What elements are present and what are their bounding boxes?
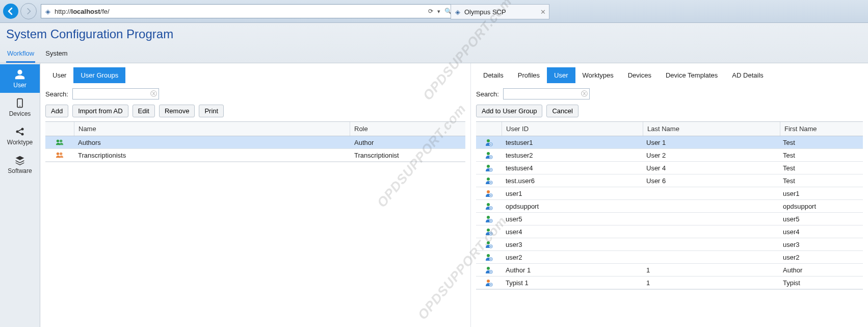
top-tab-workflow[interactable]: Workflow	[6, 46, 35, 63]
browser-tab[interactable]: ◈ Olympus SCP ✕	[451, 4, 549, 19]
detail-tab-ad-details[interactable]: AD Details	[725, 67, 770, 83]
left-search-clear-icon[interactable]: ⓧ	[150, 89, 157, 98]
site-favicon-icon: ◈	[44, 8, 51, 15]
svg-point-5	[57, 140, 59, 142]
first-name-cell: Author	[779, 266, 863, 274]
nav-forward-button[interactable]	[20, 3, 37, 19]
col-name[interactable]: Name	[74, 122, 350, 136]
user-row[interactable]: Author 11Author	[476, 264, 863, 276]
share-icon	[15, 125, 25, 138]
svg-point-23	[487, 229, 490, 232]
svg-point-19	[487, 203, 490, 206]
edit-button[interactable]: Edit	[133, 105, 155, 117]
group-role: Author	[350, 139, 465, 146]
user-icon	[485, 253, 493, 261]
svg-point-27	[487, 254, 490, 257]
nav-back-button[interactable]	[3, 4, 18, 19]
user-row[interactable]: user1user1	[476, 187, 863, 200]
sidebar-item-devices[interactable]: Devices	[0, 93, 40, 121]
col-user-id[interactable]: User ID	[502, 122, 643, 136]
detail-tab-user[interactable]: User	[547, 67, 575, 83]
group-detail-panel: DetailsProfilesUserWorktypesDevicesDevic…	[470, 63, 868, 327]
user-row[interactable]: user2user2	[476, 251, 863, 264]
col-first-name[interactable]: First Name	[780, 122, 863, 136]
print-button[interactable]: Print	[199, 105, 224, 117]
first-name-cell: user3	[779, 241, 863, 248]
sub-tab-user[interactable]: User	[45, 67, 73, 83]
user-row[interactable]: testuser1User 1Test	[476, 136, 863, 149]
group-name: Authors	[74, 139, 350, 146]
sidebar-label: Worktype	[7, 139, 33, 146]
svg-point-13	[487, 165, 490, 168]
arrow-right-icon	[25, 8, 32, 15]
user-row[interactable]: testuser4User 4Test	[476, 162, 863, 174]
first-name-cell: user4	[779, 228, 863, 236]
svg-point-31	[487, 280, 490, 283]
user-row[interactable]: testuser2User 2Test	[476, 149, 863, 162]
user-row[interactable]: user5user5	[476, 213, 863, 225]
user-icon	[485, 228, 493, 236]
user-id-cell: Typist 1	[502, 279, 642, 287]
sidebar-item-software[interactable]: Software	[0, 150, 40, 179]
app-header: System Configuration Program WorkflowSys…	[0, 23, 868, 63]
user-id-cell: testuser1	[502, 139, 642, 146]
user-icon	[485, 202, 493, 210]
app-title: System Configuration Program	[6, 27, 862, 41]
remove-button[interactable]: Remove	[159, 105, 195, 117]
user-id-cell: testuser2	[502, 152, 642, 159]
group-row[interactable]: AuthorsAuthor	[45, 136, 465, 149]
right-search-label: Search:	[476, 90, 499, 98]
svg-point-9	[487, 139, 490, 142]
right-search-clear-icon[interactable]: ⓧ	[581, 89, 588, 98]
detail-tab-worktypes[interactable]: Worktypes	[575, 67, 621, 83]
user-id-cell: user3	[502, 241, 642, 248]
import-from-ad-button[interactable]: Import from AD	[72, 105, 128, 117]
top-tab-system[interactable]: System	[44, 46, 68, 63]
group-row[interactable]: TranscriptionistsTranscriptionist	[45, 149, 465, 162]
detail-tab-devices[interactable]: Devices	[621, 67, 659, 83]
group-icon	[56, 151, 64, 159]
detail-tabs: DetailsProfilesUserWorktypesDevicesDevic…	[476, 67, 863, 83]
last-name-cell: 1	[642, 279, 779, 287]
sub-tab-user-groups[interactable]: User Groups	[73, 67, 125, 83]
tab-favicon-icon: ◈	[454, 8, 461, 15]
sidebar-item-user[interactable]: User	[0, 64, 40, 93]
cancel-button[interactable]: Cancel	[546, 105, 578, 117]
sidebar-label: Devices	[9, 110, 31, 117]
left-search-label: Search:	[45, 90, 68, 98]
refresh-icon[interactable]: ⟳	[428, 8, 433, 15]
svg-point-6	[60, 140, 62, 142]
user-row[interactable]: user3user3	[476, 238, 863, 251]
col-last-name[interactable]: Last Name	[643, 122, 780, 136]
col-role[interactable]: Role	[350, 122, 465, 136]
sidebar-item-worktype[interactable]: Worktype	[0, 121, 40, 150]
user-groups-panel: UserUser Groups Search: ⓧ AddImport from…	[40, 63, 470, 327]
group-name: Transcriptionists	[74, 152, 350, 159]
group-role: Transcriptionist	[350, 152, 465, 159]
user-row[interactable]: user4user4	[476, 225, 863, 238]
tab-close-icon[interactable]: ✕	[540, 8, 546, 16]
user-row[interactable]: opdsupportopdsupport	[476, 200, 863, 213]
top-tabs: WorkflowSystem	[6, 46, 862, 63]
user-icon	[485, 215, 493, 223]
address-bar[interactable]: ◈ http://localhost/fe/ ⟳ ▾ 🔍	[41, 4, 456, 18]
user-row[interactable]: Typist 11Typist	[476, 276, 863, 289]
group-icon	[56, 138, 64, 146]
left-search-input[interactable]	[72, 88, 159, 99]
user-icon	[485, 240, 493, 248]
detail-tab-profiles[interactable]: Profiles	[511, 67, 547, 83]
detail-tab-details[interactable]: Details	[476, 67, 511, 83]
first-name-cell: user2	[779, 254, 863, 261]
add-to-user-group-button[interactable]: Add to User Group	[476, 105, 542, 117]
detail-tab-device-templates[interactable]: Device Templates	[659, 67, 725, 83]
add-button[interactable]: Add	[45, 105, 68, 117]
left-button-row: AddImport from ADEditRemovePrint	[45, 105, 465, 117]
search-dropdown-icon[interactable]: ▾	[437, 8, 440, 15]
user-id-cell: opdsupport	[502, 203, 642, 210]
user-icon	[485, 151, 493, 159]
user-row[interactable]: test.user6User 6Test	[476, 174, 863, 187]
user-icon	[485, 266, 493, 274]
first-name-cell: Test	[779, 177, 863, 185]
right-search-input[interactable]	[503, 88, 590, 99]
sidebar-label: Software	[8, 167, 32, 174]
